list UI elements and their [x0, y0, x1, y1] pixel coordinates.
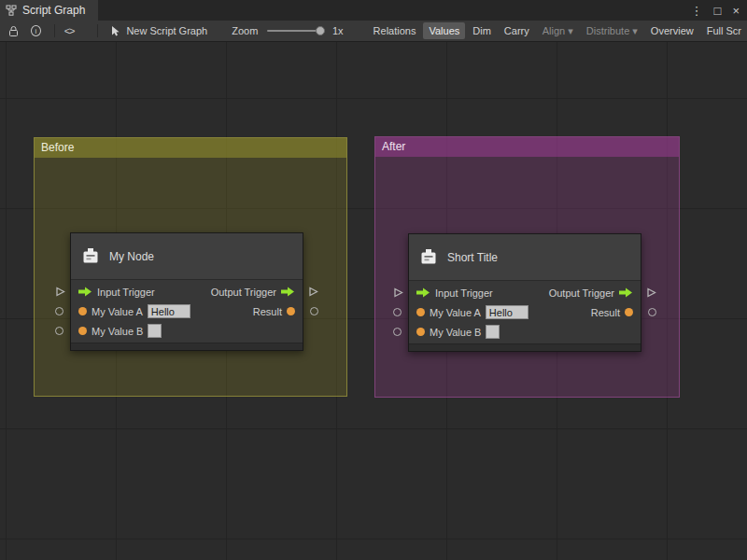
value-input-port-icon[interactable]	[416, 308, 425, 316]
chevron-down-icon: ▾	[632, 25, 638, 36]
align-dropdown[interactable]: Align ▾	[537, 22, 579, 40]
script-graph-window: Script Graph ⋮ □ × i <> New Script Graph…	[0, 0, 747, 560]
distribute-label: Distribute	[586, 25, 629, 36]
zoom-slider[interactable]	[267, 30, 323, 32]
result-label: Result	[591, 307, 620, 318]
value-input-port-icon[interactable]	[78, 327, 87, 335]
value-outlet-circle[interactable]	[648, 308, 656, 316]
window-controls: ⋮ □ ×	[691, 4, 747, 18]
info-icon[interactable]: i	[31, 25, 41, 36]
flow-outlet-triangle[interactable]	[646, 287, 656, 298]
flow-input-port-icon[interactable]	[416, 287, 430, 298]
input-trigger-label: Input Trigger	[97, 287, 155, 298]
tab-script-graph[interactable]: Script Graph	[0, 0, 98, 21]
distribute-dropdown[interactable]: Distribute ▾	[581, 22, 643, 40]
node-header[interactable]: My Node	[71, 233, 303, 280]
chevron-down-icon: ▾	[568, 25, 573, 36]
overview-button[interactable]: Overview	[645, 22, 699, 39]
node-footer	[409, 343, 641, 351]
flow-inlet-triangle[interactable]	[393, 287, 403, 298]
value-input-port-icon[interactable]	[78, 307, 87, 315]
result-label: Result	[253, 306, 282, 317]
relations-button[interactable]: Relations	[368, 22, 422, 39]
node-short-title[interactable]: Short Title Input Trigger Output Trigger	[408, 233, 641, 352]
value-b-label: My Value B	[430, 327, 481, 338]
port-row: My Value B	[71, 321, 303, 341]
node-my-node[interactable]: My Node Input Trigger Output Trigger	[70, 232, 303, 351]
port-row: Input Trigger Output Trigger	[71, 282, 303, 301]
code-view-icon[interactable]: <>	[64, 25, 75, 36]
flow-inlet-triangle[interactable]	[55, 287, 65, 297]
value-a-label: My Value A	[92, 306, 143, 317]
value-outlet-circle[interactable]	[310, 307, 318, 315]
value-inlet-circle[interactable]	[55, 327, 63, 335]
window-menu-icon[interactable]: ⋮	[691, 4, 703, 18]
port-row: My Value B	[409, 322, 641, 342]
graph-icon	[6, 5, 17, 16]
node-title: My Node	[109, 250, 154, 263]
zoom-label: Zoom	[232, 25, 258, 36]
value-b-label: My Value B	[92, 326, 143, 337]
flow-output-port-icon[interactable]	[281, 287, 295, 297]
node-body: Input Trigger Output Trigger My Value A	[409, 281, 641, 342]
value-inlet-circle[interactable]	[393, 308, 402, 316]
carry-button[interactable]: Carry	[499, 22, 535, 39]
value-a-input[interactable]	[486, 305, 529, 319]
output-trigger-label: Output Trigger	[211, 287, 276, 298]
toolbar-separator	[97, 24, 98, 37]
port-row: My Value A Result	[409, 302, 641, 322]
node-body: Input Trigger Output Trigger My Value A	[71, 280, 303, 341]
node-title: Short Title	[447, 251, 498, 264]
graph-toolbar: i <> New Script Graph Zoom 1x Relations …	[0, 21, 747, 42]
value-a-label: My Value A	[430, 307, 481, 318]
port-row: My Value A Result	[71, 301, 303, 321]
port-row: Input Trigger Output Trigger	[409, 283, 641, 302]
values-button[interactable]: Values	[423, 22, 465, 39]
value-b-input[interactable]	[148, 324, 162, 338]
graph-cursor-icon	[110, 25, 121, 36]
close-icon[interactable]: ×	[732, 4, 740, 18]
value-b-input[interactable]	[486, 325, 500, 339]
group-before-header[interactable]: Before	[35, 138, 346, 158]
flow-output-port-icon[interactable]	[619, 287, 633, 298]
graph-canvas[interactable]: Before After My Node	[0, 42, 747, 560]
tab-title: Script Graph	[22, 4, 85, 17]
value-inlet-circle[interactable]	[393, 328, 402, 336]
flow-outlet-triangle[interactable]	[308, 287, 318, 297]
value-input-port-icon[interactable]	[416, 328, 425, 336]
node-header[interactable]: Short Title	[409, 234, 641, 281]
dim-button[interactable]: Dim	[467, 22, 497, 39]
align-label: Align	[543, 25, 565, 36]
titlebar: Script Graph ⋮ □ ×	[0, 0, 747, 21]
value-inlet-circle[interactable]	[55, 307, 63, 315]
zoom-value: 1x	[332, 25, 344, 36]
flow-input-port-icon[interactable]	[78, 287, 92, 297]
graph-name-label[interactable]: New Script Graph	[126, 25, 207, 36]
node-icon	[418, 247, 439, 268]
group-after-header[interactable]: After	[375, 137, 679, 157]
output-trigger-label: Output Trigger	[549, 287, 614, 299]
maximize-icon[interactable]: □	[714, 4, 722, 18]
toolbar-separator	[54, 24, 55, 37]
zoom-slider-knob[interactable]	[316, 26, 325, 35]
input-trigger-label: Input Trigger	[435, 287, 493, 299]
value-output-port-icon[interactable]	[625, 308, 633, 316]
value-output-port-icon[interactable]	[287, 307, 295, 315]
value-a-input[interactable]	[148, 304, 190, 318]
lock-icon[interactable]	[7, 25, 20, 37]
fullscreen-button[interactable]: Full Scr	[701, 22, 747, 39]
node-footer	[71, 343, 303, 350]
node-icon	[80, 246, 101, 267]
